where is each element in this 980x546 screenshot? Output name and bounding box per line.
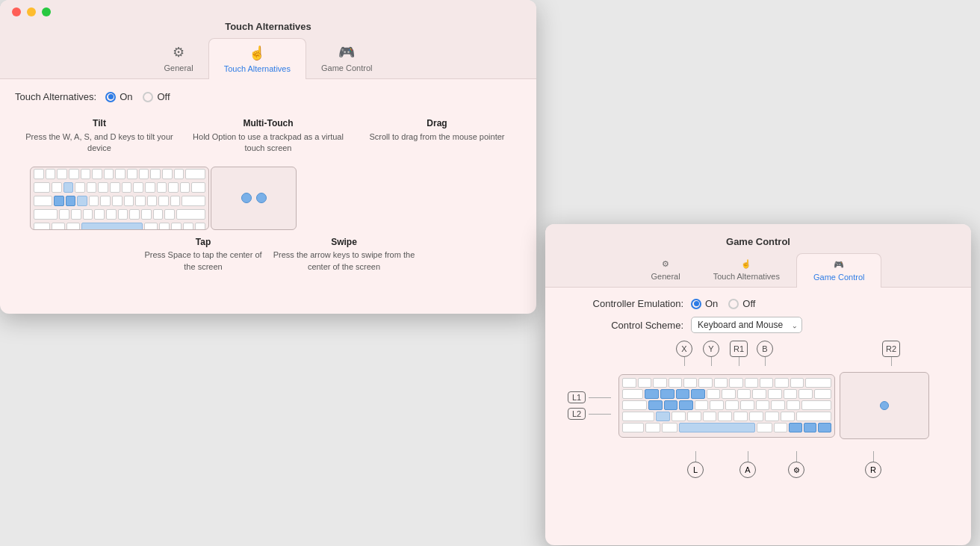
- x-button-label: X: [676, 341, 692, 357]
- controller-emulation-row: Controller Emulation: On Off: [560, 298, 956, 309]
- radio-off-label: Off: [157, 91, 170, 102]
- tilt-title: Tilt: [15, 117, 184, 130]
- gc-tab-general[interactable]: ⚙ General: [635, 253, 697, 287]
- tab-touch-alternatives[interactable]: ☝ Touch Alternatives: [208, 38, 306, 79]
- touch-icon: ☝: [249, 45, 265, 61]
- tap-title: Tap: [138, 236, 268, 249]
- swipe-title: Swipe: [268, 236, 420, 249]
- radio-on-option[interactable]: On: [105, 91, 132, 102]
- trackpad-dots: [241, 193, 267, 203]
- feature-tap: Tap Press Space to tap the center of the…: [138, 236, 268, 273]
- gear-icon: ⚙: [173, 44, 184, 61]
- drag-desc: Scroll to drag from the mouse pointer: [370, 132, 505, 141]
- gc-touch-icon: ☝: [741, 259, 751, 269]
- drag-title: Drag: [353, 117, 521, 130]
- tab-general[interactable]: ⚙ General: [149, 38, 208, 78]
- emulation-radio-group: On Off: [691, 298, 755, 309]
- keyboard-visual: [30, 167, 209, 230]
- gc-content: Controller Emulation: On Off Control Sch…: [545, 288, 971, 488]
- radio-on-circle: [105, 92, 116, 102]
- features-grid: Tilt Press the W, A, S, and D keys to ti…: [15, 117, 521, 155]
- minimize-button[interactable]: [27, 7, 36, 16]
- r2-button-label: R2: [882, 341, 900, 357]
- tap-desc: Press Space to tap the center of the scr…: [144, 250, 261, 270]
- l1-label: L1: [568, 391, 586, 403]
- control-scheme-label: Control Scheme:: [560, 320, 683, 331]
- trackpad-dot-2: [256, 193, 267, 203]
- window-title: Touch Alternatives: [225, 21, 311, 32]
- gc-touch-label: Touch Alternatives: [713, 272, 780, 281]
- gc-title-bar: Game Control ⚙ General ☝ Touch Alternati…: [545, 224, 971, 288]
- touch-alternatives-window: Touch Alternatives ⚙ General ☝ Touch Alt…: [0, 0, 536, 314]
- mouse-dot: [880, 401, 889, 410]
- swipe-desc: Press the arrow keys to swipe from the c…: [273, 250, 415, 270]
- multitouch-title: Multi-Touch: [184, 117, 353, 130]
- tilt-desc: Press the W, A, S, and D keys to tilt yo…: [25, 132, 173, 152]
- feature-tilt: Tilt Press the W, A, S, and D keys to ti…: [15, 117, 184, 155]
- gc-keyboard-main: [618, 374, 835, 438]
- close-button[interactable]: [12, 7, 21, 16]
- b-button-label: B: [757, 341, 773, 357]
- gc-tab-bar: ⚙ General ☝ Touch Alternatives 🎮 Game Co…: [635, 253, 882, 287]
- emulation-on-circle: [691, 299, 701, 309]
- keyboard-illustration: [30, 167, 506, 230]
- controller-emulation-label: Controller Emulation:: [560, 298, 683, 309]
- gc-mouse-area: [840, 372, 929, 439]
- title-bar: Touch Alternatives ⚙ General ☝ Touch Alt…: [0, 0, 536, 79]
- window-controls: [12, 7, 51, 16]
- feature-multitouch: Multi-Touch Hold Option to use a trackpa…: [184, 117, 353, 155]
- trackpad-visual: [211, 167, 297, 230]
- tab-touch-label: Touch Alternatives: [224, 64, 291, 73]
- toggle-row: Touch Alternatives: On Off: [15, 91, 521, 102]
- feature-drag: Drag Scroll to drag from the mouse point…: [353, 117, 521, 155]
- radio-off-circle: [143, 92, 153, 102]
- radio-on-label: On: [120, 91, 132, 102]
- emulation-on-label: On: [705, 298, 718, 309]
- gc-title: Game Control: [726, 236, 790, 247]
- emulation-off-label: Off: [742, 298, 755, 309]
- gc-tab-touch[interactable]: ☝ Touch Alternatives: [697, 253, 796, 287]
- tab-bar: ⚙ General ☝ Touch Alternatives 🎮 Game Co…: [149, 38, 388, 78]
- tab-game-control[interactable]: 🎮 Game Control: [306, 38, 387, 78]
- ta-content: Touch Alternatives: On Off Tilt Press th…: [0, 79, 536, 285]
- bottom-features: Tap Press Space to tap the center of the…: [30, 236, 506, 273]
- control-scheme-select-wrapper[interactable]: Keyboard and Mouse: [691, 317, 802, 333]
- gc-game-label: Game Control: [813, 273, 864, 282]
- tab-general-label: General: [164, 63, 193, 72]
- feature-swipe: Swipe Press the arrow keys to swipe from…: [268, 236, 420, 273]
- r1-button-label: R1: [730, 341, 748, 357]
- controller-diagram: X Y R1 B: [560, 341, 956, 478]
- y-button-label: Y: [703, 341, 719, 357]
- game-control-window: Game Control ⚙ General ☝ Touch Alternati…: [545, 224, 971, 545]
- emulation-off-option[interactable]: Off: [728, 298, 755, 309]
- gc-gear-icon: ⚙: [662, 259, 669, 269]
- emulation-on-option[interactable]: On: [691, 298, 718, 309]
- gc-general-label: General: [651, 272, 680, 281]
- gc-gamepad-icon: 🎮: [834, 260, 844, 270]
- toggle-label: Touch Alternatives:: [15, 91, 96, 102]
- trackpad-dot-1: [241, 193, 252, 203]
- gc-tab-gamecontrol[interactable]: 🎮 Game Control: [796, 253, 881, 288]
- l2-label: L2: [568, 408, 586, 420]
- multitouch-desc: Hold Option to use a trackpad as a virtu…: [193, 132, 344, 152]
- tab-game-label: Game Control: [321, 63, 372, 72]
- radio-group: On Off: [105, 91, 170, 102]
- maximize-button[interactable]: [42, 7, 51, 16]
- radio-off-option[interactable]: Off: [143, 91, 170, 102]
- gamepad-icon: 🎮: [338, 44, 355, 61]
- control-scheme-row: Control Scheme: Keyboard and Mouse: [560, 317, 956, 333]
- emulation-off-circle: [728, 299, 739, 309]
- control-scheme-select[interactable]: Keyboard and Mouse: [691, 317, 802, 333]
